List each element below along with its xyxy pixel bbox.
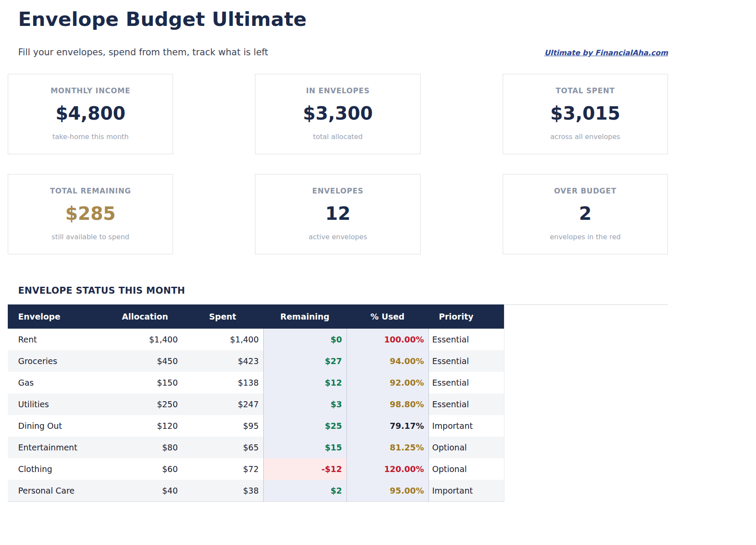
table-row: Entertainment $80 $65 $15 81.25% Optiona…: [8, 437, 504, 458]
pct-used-cell: 98.80%: [346, 393, 428, 415]
stat-sublabel: envelopes in the red: [510, 233, 661, 241]
table-row: Clothing $60 $72 -$12 120.00% Optional: [8, 458, 504, 480]
stat-sublabel: across all envelopes: [510, 133, 661, 141]
pct-used-cell: 79.17%: [346, 415, 428, 437]
spent-cell: $38: [182, 480, 263, 501]
remaining-cell: $15: [263, 437, 346, 458]
stat-card-envelopes-count: ENVELOPES 12 active envelopes: [255, 174, 420, 254]
pct-used-cell: 100.00%: [346, 329, 428, 350]
header-allocation: Allocation: [108, 304, 182, 329]
remaining-cell: $25: [263, 415, 346, 437]
table-header-row: Envelope Allocation Spent Remaining % Us…: [8, 304, 504, 329]
pct-used-cell: 120.00%: [346, 458, 428, 480]
stat-label: MONTHLY INCOME: [15, 86, 166, 95]
subtitle-row: Fill your envelopes, spend from them, tr…: [8, 47, 668, 57]
spent-cell: $423: [182, 350, 263, 372]
remaining-cell: $2: [263, 480, 346, 501]
stat-value: $285: [15, 203, 166, 224]
page: Envelope Budget Ultimate Fill your envel…: [0, 0, 676, 502]
pct-used-cell: 81.25%: [346, 437, 428, 458]
table-top-extension-line: [504, 304, 668, 305]
priority-cell: Important: [428, 415, 504, 437]
allocation-cell: $450: [108, 350, 182, 372]
stat-card-over-budget: OVER BUDGET 2 envelopes in the red: [503, 174, 668, 254]
spent-cell: $1,400: [182, 329, 263, 350]
envelope-cell: Personal Care: [8, 480, 108, 501]
section-title: ENVELOPE STATUS THIS MONTH: [18, 285, 668, 296]
header-envelope: Envelope: [8, 304, 108, 329]
stat-value: $3,300: [262, 103, 413, 124]
stats-grid: MONTHLY INCOME $4,800 take-home this mon…: [8, 74, 668, 254]
page-subtitle: Fill your envelopes, spend from them, tr…: [18, 47, 268, 57]
stat-label: IN ENVELOPES: [262, 86, 413, 95]
envelope-cell: Gas: [8, 372, 108, 393]
envelope-table: Envelope Allocation Spent Remaining % Us…: [8, 304, 504, 502]
spent-cell: $95: [182, 415, 263, 437]
financialaha-link[interactable]: Ultimate by FinancialAha.com: [545, 48, 668, 57]
table-row: Groceries $450 $423 $27 94.00% Essential: [8, 350, 504, 372]
page-title: Envelope Budget Ultimate: [18, 8, 668, 31]
stat-label: OVER BUDGET: [510, 187, 661, 195]
header-pct-used: % Used: [346, 304, 428, 329]
allocation-cell: $250: [108, 393, 182, 415]
envelope-cell: Groceries: [8, 350, 108, 372]
allocation-cell: $1,400: [108, 329, 182, 350]
stat-sublabel: still available to spend: [15, 233, 166, 241]
pct-used-cell: 95.00%: [346, 480, 428, 501]
table-row: Gas $150 $138 $12 92.00% Essential: [8, 372, 504, 393]
stat-sublabel: active envelopes: [262, 233, 413, 241]
priority-cell: Optional: [428, 458, 504, 480]
stat-label: TOTAL REMAINING: [15, 187, 166, 195]
envelope-cell: Utilities: [8, 393, 108, 415]
stat-card-total-spent: TOTAL SPENT $3,015 across all envelopes: [503, 74, 668, 154]
stat-value: $4,800: [15, 103, 166, 124]
pct-used-cell: 94.00%: [346, 350, 428, 372]
spent-cell: $65: [182, 437, 263, 458]
allocation-cell: $40: [108, 480, 182, 501]
stat-card-in-envelopes: IN ENVELOPES $3,300 total allocated: [255, 74, 420, 154]
allocation-cell: $120: [108, 415, 182, 437]
stat-label: ENVELOPES: [262, 187, 413, 195]
allocation-cell: $80: [108, 437, 182, 458]
remaining-cell: -$12: [263, 458, 346, 480]
stat-sublabel: take-home this month: [15, 133, 166, 141]
stat-card-total-remaining: TOTAL REMAINING $285 still available to …: [8, 174, 173, 254]
stat-sublabel: total allocated: [262, 133, 413, 141]
stat-label: TOTAL SPENT: [510, 86, 661, 95]
stat-value: 12: [262, 203, 413, 224]
table-row: Utilities $250 $247 $3 98.80% Essential: [8, 393, 504, 415]
table-row: Rent $1,400 $1,400 $0 100.00% Essential: [8, 329, 504, 350]
table-wrap: Envelope Allocation Spent Remaining % Us…: [8, 304, 668, 502]
header-spent: Spent: [182, 304, 263, 329]
stat-card-monthly-income: MONTHLY INCOME $4,800 take-home this mon…: [8, 74, 173, 154]
pct-used-cell: 92.00%: [346, 372, 428, 393]
allocation-cell: $150: [108, 372, 182, 393]
stat-value: $3,015: [510, 103, 661, 124]
remaining-cell: $3: [263, 393, 346, 415]
stat-value: 2: [510, 203, 661, 224]
table-row: Personal Care $40 $38 $2 95.00% Importan…: [8, 480, 504, 501]
envelope-cell: Clothing: [8, 458, 108, 480]
priority-cell: Important: [428, 480, 504, 501]
priority-cell: Optional: [428, 437, 504, 458]
remaining-cell: $12: [263, 372, 346, 393]
priority-cell: Essential: [428, 372, 504, 393]
envelope-cell: Entertainment: [8, 437, 108, 458]
table-row: Dining Out $120 $95 $25 79.17% Important: [8, 415, 504, 437]
header-remaining: Remaining: [263, 304, 346, 329]
spent-cell: $72: [182, 458, 263, 480]
remaining-cell: $0: [263, 329, 346, 350]
spent-cell: $247: [182, 393, 263, 415]
allocation-cell: $60: [108, 458, 182, 480]
remaining-cell: $27: [263, 350, 346, 372]
spent-cell: $138: [182, 372, 263, 393]
priority-cell: Essential: [428, 393, 504, 415]
priority-cell: Essential: [428, 329, 504, 350]
envelope-cell: Dining Out: [8, 415, 108, 437]
envelope-cell: Rent: [8, 329, 108, 350]
priority-cell: Essential: [428, 350, 504, 372]
header-priority: Priority: [428, 304, 504, 329]
